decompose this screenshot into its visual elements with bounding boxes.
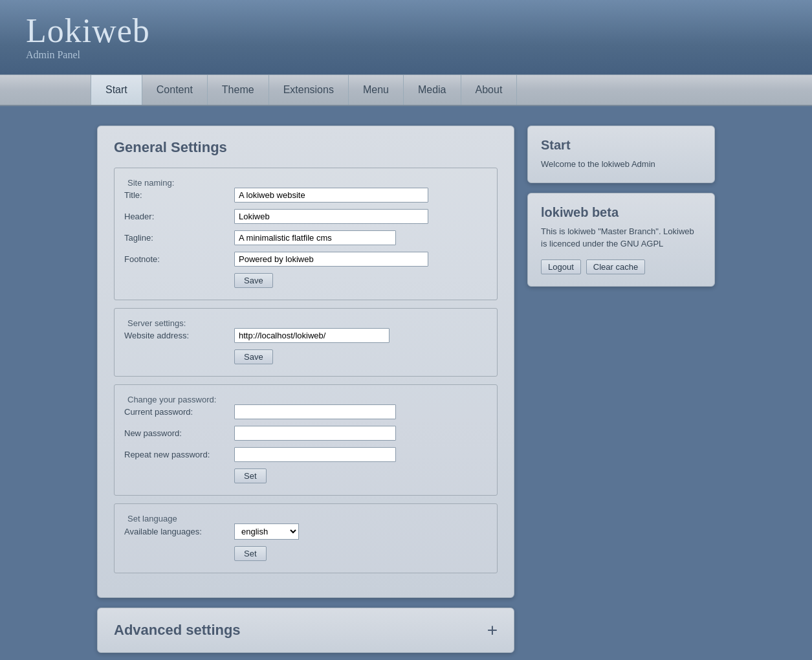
beta-side-panel: lokiweb beta This is lokiweb "Master Bra… — [527, 193, 715, 287]
website-address-label: Website address: — [124, 331, 234, 340]
current-password-input[interactable] — [234, 404, 396, 419]
password-set-row: Set — [124, 468, 487, 483]
current-password-row: Current password: — [124, 404, 487, 419]
header: Lokiweb Admin Panel — [0, 0, 812, 74]
advanced-settings-toggle-icon: + — [487, 620, 498, 641]
server-settings-save-button[interactable]: Save — [234, 349, 273, 364]
new-password-row: New password: — [124, 426, 487, 441]
right-column: Start Welcome to the lokiweb Admin lokiw… — [527, 126, 715, 287]
main-content: General Settings Site naming: Title: Hea… — [0, 106, 812, 660]
advanced-settings-panel[interactable]: Advanced settings + — [97, 608, 514, 653]
footnote-label: Footnote: — [124, 254, 234, 264]
general-settings-title: General Settings — [114, 139, 498, 156]
logout-button[interactable]: Logout — [541, 259, 581, 274]
website-address-row: Website address: — [124, 328, 487, 343]
nav-item-theme[interactable]: Theme — [208, 75, 269, 105]
repeat-password-row: Repeat new password: — [124, 447, 487, 462]
nav-item-content[interactable]: Content — [142, 75, 208, 105]
header-label: Header: — [124, 212, 234, 221]
nav-item-start[interactable]: Start — [91, 75, 142, 105]
change-password-section: Change your password: Current password: … — [114, 384, 498, 496]
site-naming-save-button[interactable]: Save — [234, 273, 273, 288]
title-input[interactable] — [234, 188, 428, 203]
repeat-password-input[interactable] — [234, 447, 396, 462]
start-side-panel: Start Welcome to the lokiweb Admin — [527, 126, 715, 183]
start-panel-text: Welcome to the lokiweb Admin — [541, 158, 701, 171]
general-settings-panel: General Settings Site naming: Title: Hea… — [97, 126, 514, 598]
left-column: General Settings Site naming: Title: Hea… — [97, 126, 514, 653]
nav-item-media[interactable]: Media — [404, 75, 461, 105]
available-languages-label: Available languages: — [124, 527, 234, 536]
nav-item-menu[interactable]: Menu — [349, 75, 404, 105]
site-naming-save-row: Save — [124, 273, 487, 288]
app-title: Lokiweb — [26, 14, 150, 48]
nav-item-extensions[interactable]: Extensions — [269, 75, 349, 105]
title-row: Title: — [124, 188, 487, 203]
site-naming-section: Site naming: Title: Header: Tagline: Foo… — [114, 168, 498, 300]
header-input[interactable] — [234, 209, 428, 224]
main-nav: Start Content Theme Extensions Menu Medi… — [0, 74, 812, 106]
beta-panel-text: This is lokiweb "Master Branch". Lokiweb… — [541, 225, 701, 250]
password-set-button[interactable]: Set — [234, 468, 267, 483]
start-panel-title: Start — [541, 138, 701, 153]
server-settings-section: Server settings: Website address: Save — [114, 308, 498, 377]
language-set-button[interactable]: Set — [234, 546, 267, 561]
language-row: Available languages: english french germ… — [124, 523, 487, 540]
language-set-row: Set — [124, 546, 487, 561]
current-password-label: Current password: — [124, 407, 234, 417]
set-language-legend: Set language — [124, 514, 487, 523]
nav-item-about[interactable]: About — [461, 75, 518, 105]
footnote-input[interactable] — [234, 252, 428, 267]
site-naming-legend: Site naming: — [124, 178, 487, 188]
change-password-legend: Change your password: — [124, 395, 487, 404]
repeat-password-label: Repeat new password: — [124, 450, 234, 459]
advanced-settings-title: Advanced settings — [114, 622, 241, 639]
app-subtitle: Admin Panel — [26, 49, 150, 61]
beta-panel-buttons: Logout Clear cache — [541, 259, 701, 274]
set-language-section: Set language Available languages: englis… — [114, 503, 498, 573]
title-label: Title: — [124, 190, 234, 200]
beta-panel-title: lokiweb beta — [541, 205, 701, 220]
footnote-row: Footnote: — [124, 252, 487, 267]
language-select[interactable]: english french german — [234, 523, 299, 540]
tagline-input[interactable] — [234, 230, 396, 245]
server-settings-legend: Server settings: — [124, 318, 487, 328]
new-password-input[interactable] — [234, 426, 396, 441]
tagline-row: Tagline: — [124, 230, 487, 245]
new-password-label: New password: — [124, 428, 234, 438]
website-address-input[interactable] — [234, 328, 390, 343]
clear-cache-button[interactable]: Clear cache — [586, 259, 645, 274]
server-save-row: Save — [124, 349, 487, 364]
tagline-label: Tagline: — [124, 233, 234, 243]
branding: Lokiweb Admin Panel — [26, 14, 150, 61]
header-row: Header: — [124, 209, 487, 224]
